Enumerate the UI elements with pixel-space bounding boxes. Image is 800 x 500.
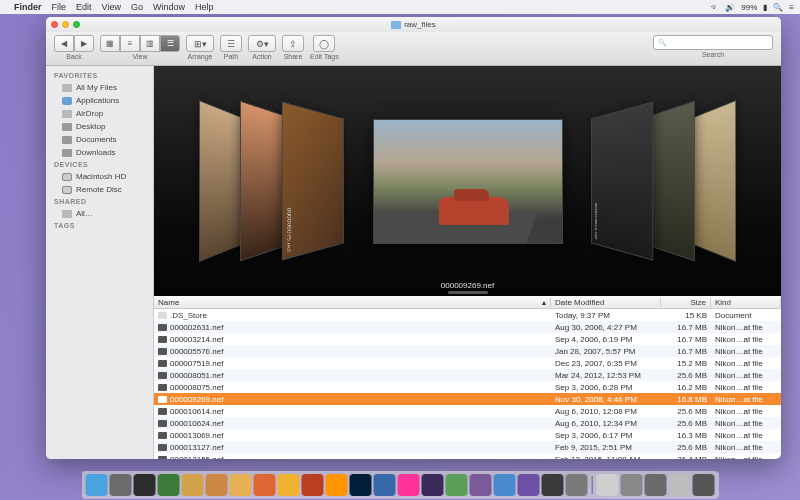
dock-app[interactable] [422,474,444,496]
col-date[interactable]: Date Modified [551,298,661,307]
dock-app[interactable] [134,474,156,496]
dock-app[interactable] [278,474,300,496]
battery-icon[interactable]: ▮ [763,3,767,12]
dock-app[interactable] [302,474,324,496]
search-input[interactable] [653,35,773,50]
file-icon [158,372,167,379]
notification-center-icon[interactable]: ≡ [789,3,794,12]
table-row[interactable]: 000010614.nefAug 6, 2010, 12:08 PM25.6 M… [154,405,781,417]
menu-view[interactable]: View [102,2,121,12]
table-row[interactable]: 000013127.nefFeb 9, 2015, 2:51 PM25.6 MB… [154,441,781,453]
column-view[interactable]: ▥ [140,35,160,52]
file-icon [158,420,167,427]
back-button[interactable]: ◀ [54,35,74,52]
menu-edit[interactable]: Edit [76,2,92,12]
sidebar-item[interactable]: Documents [46,133,153,146]
dock-app[interactable] [669,474,691,496]
table-row[interactable]: 000008051.nefMar 24, 2012, 12:53 PM25.6 … [154,369,781,381]
dock-app[interactable] [494,474,516,496]
table-row[interactable]: .DS_StoreToday, 9:37 PM15 KBDocument [154,309,781,321]
dock-app[interactable] [374,474,396,496]
table-row[interactable]: 000005576.nefJan 28, 2007, 5:57 PM16.7 M… [154,345,781,357]
sidebar-item[interactable]: Downloads [46,146,153,159]
coverflow-item[interactable]: 000010614.nef [591,101,653,260]
table-row[interactable]: 000008075.nefSep 3, 2006, 6:28 PM16.2 MB… [154,381,781,393]
action-button[interactable]: ⚙▾ [248,35,276,52]
dock-app[interactable] [86,474,108,496]
col-kind[interactable]: Kind [711,298,781,307]
window-titlebar[interactable]: raw_files [46,17,781,32]
table-row[interactable]: 000013155.nefFeb 12, 2015, 11:08 AM26.4 … [154,453,781,459]
dock-app[interactable] [110,474,132,496]
table-row[interactable]: 000013069.nefSep 3, 2006, 6:17 PM16.3 MB… [154,429,781,441]
menu-file[interactable]: File [52,2,67,12]
coverflow-selected[interactable] [373,119,563,244]
coverflow-scrubber[interactable] [448,291,488,294]
sidebar-item[interactable]: Desktop [46,120,153,133]
dock-app[interactable] [158,474,180,496]
app-name[interactable]: Finder [14,2,42,12]
all-icon [62,84,72,92]
sidebar-item[interactable]: All My Files [46,81,153,94]
coverflow-item[interactable] [688,100,736,262]
table-row[interactable]: 000010624.nefAug 6, 2010, 12:34 PM25.6 M… [154,417,781,429]
dock-app[interactable] [206,474,228,496]
dock-app[interactable] [693,474,715,496]
icon-view[interactable]: ▦ [100,35,120,52]
app-icon [62,97,72,105]
zoom-button[interactable] [73,21,80,28]
forward-button[interactable]: ▶ [74,35,94,52]
dock-app[interactable] [470,474,492,496]
menu-help[interactable]: Help [195,2,214,12]
dock-app[interactable] [182,474,204,496]
spotlight-icon[interactable]: 🔍 [773,3,783,12]
finder-sidebar: FAVORITESAll My FilesApplicationsAirDrop… [46,66,154,459]
dock-app[interactable] [518,474,540,496]
list-header[interactable]: Name ▴ Date Modified Size Kind [154,296,781,309]
wifi-icon[interactable]: ᯤ [711,3,719,12]
folder-icon [391,21,401,29]
dock [82,471,719,499]
dock-app[interactable] [398,474,420,496]
finder-window: raw_files ◀ ▶ Back ▦ ≡ ▥ ☰ View ⊞▾ Arran… [46,17,781,459]
sidebar-item[interactable]: Macintosh HD [46,170,153,183]
path-button[interactable]: ☰ [220,35,242,52]
tags-button[interactable]: ◯ [313,35,335,52]
dock-app[interactable] [645,474,667,496]
volume-icon[interactable]: 🔊 [725,3,735,12]
table-row[interactable]: 000002631.nefAug 30, 2006, 4:27 PM16.7 M… [154,321,781,333]
folder-icon [62,136,72,144]
folder-icon [62,123,72,131]
dock-app[interactable] [254,474,276,496]
dock-app[interactable] [621,474,643,496]
dock-app[interactable] [350,474,372,496]
dock-app[interactable] [542,474,564,496]
coverflow-view[interactable]: ☰ [160,35,180,52]
col-size[interactable]: Size [661,298,711,307]
table-row[interactable]: 000007519.nefDec 23, 2007, 6:35 PM15.2 M… [154,357,781,369]
share-button[interactable]: ⇪ [282,35,304,52]
col-name[interactable]: Name ▴ [154,298,551,307]
arrange-button[interactable]: ⊞▾ [186,35,214,52]
sidebar-item[interactable]: Applications [46,94,153,107]
sidebar-item[interactable]: Remote Disc [46,183,153,196]
sidebar-item[interactable]: All… [46,207,153,220]
menu-window[interactable]: Window [153,2,185,12]
coverflow-item[interactable]: 000008075.nef [282,101,344,260]
view-switcher[interactable]: ▦ ≡ ▥ ☰ [100,35,180,52]
coverflow-area[interactable]: 000008075.nef 000010614.nef 000009269.ne… [154,66,781,296]
sidebar-header: SHARED [46,196,153,207]
dock-app[interactable] [566,474,588,496]
table-row[interactable]: 000009269.nefNov 30, 2008, 4:46 PM16.8 M… [154,393,781,405]
sidebar-item[interactable]: AirDrop [46,107,153,120]
dock-app[interactable] [446,474,468,496]
minimize-button[interactable] [62,21,69,28]
close-button[interactable] [51,21,58,28]
dock-app[interactable] [230,474,252,496]
menu-go[interactable]: Go [131,2,143,12]
dock-app[interactable] [597,474,619,496]
table-row[interactable]: 000003214.nefSep 4, 2006, 6:19 PM16.7 MB… [154,333,781,345]
list-view[interactable]: ≡ [120,35,140,52]
back-forward[interactable]: ◀ ▶ [54,35,94,52]
dock-app[interactable] [326,474,348,496]
